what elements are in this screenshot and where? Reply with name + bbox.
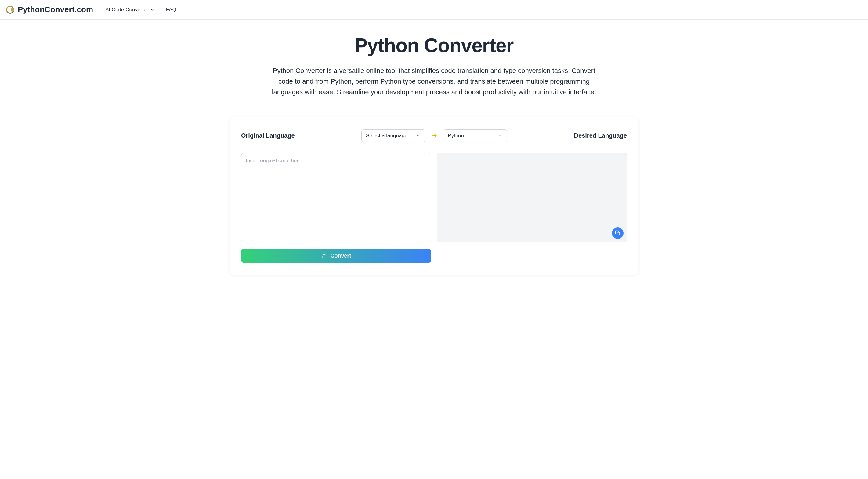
nav-item-label: FAQ [166,7,177,13]
nav-ai-code-converter[interactable]: AI Code Converter [105,7,154,13]
hero: Python Converter Python Converter is a v… [251,20,617,110]
source-code-input[interactable] [241,153,431,242]
panels [241,153,627,244]
select-value: Python [448,133,464,139]
center-controls: Select a language Python [361,129,507,142]
output-panel [437,153,627,244]
source-language-select[interactable]: Select a language [361,129,426,142]
arrow-right-icon [431,132,438,139]
nav-faq[interactable]: FAQ [166,7,177,13]
target-language-select[interactable]: Python [443,129,507,142]
svg-rect-1 [617,232,620,235]
header: PythonConvert.com AI Code Converter FAQ [0,0,868,20]
chevron-down-icon [150,8,154,12]
converter-card: Original Language Select a language Pyth… [229,117,639,275]
page-title: Python Converter [257,34,611,57]
nav: AI Code Converter FAQ [105,7,177,13]
logo-text: PythonConvert.com [18,5,93,14]
original-language-label: Original Language [241,132,295,139]
logo-icon [6,6,14,14]
page-description: Python Converter is a versatile online t… [269,65,599,98]
convert-button[interactable]: Convert [241,249,431,263]
chevron-down-icon [497,133,503,138]
nav-item-label: AI Code Converter [105,7,148,13]
select-value: Select a language [366,133,407,139]
logo[interactable]: PythonConvert.com [6,5,93,14]
copy-icon [615,230,620,236]
copy-button[interactable] [612,227,623,239]
input-panel [241,153,431,244]
controls-row: Original Language Select a language Pyth… [241,129,627,142]
chevron-down-icon [415,133,421,138]
sparkle-icon [321,253,327,259]
output-code-area [437,153,627,242]
convert-button-label: Convert [330,253,351,259]
desired-language-label: Desired Language [574,132,627,139]
